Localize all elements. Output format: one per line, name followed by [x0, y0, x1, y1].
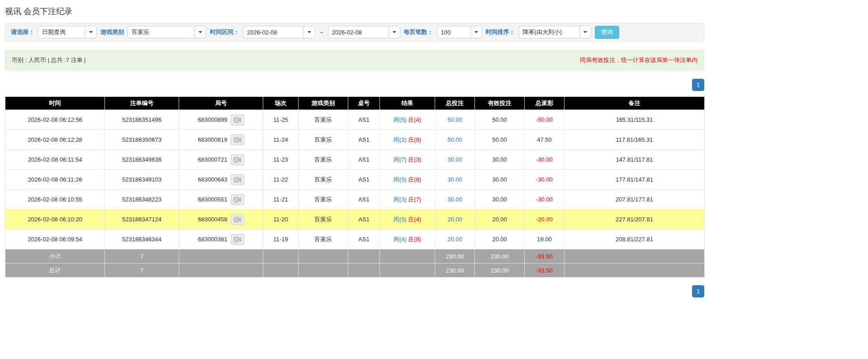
- column-header: 游戏类别: [299, 97, 348, 110]
- cell-table-no: AS1: [348, 170, 380, 190]
- total-bet-link[interactable]: 20.00: [447, 216, 462, 223]
- round-number: 683000721: [198, 156, 227, 163]
- result-player: 闲(7): [394, 156, 407, 163]
- cell-payout: 19.00: [525, 230, 564, 249]
- cell-note: 165.31/115.31: [564, 110, 705, 130]
- total-bet-link[interactable]: 30.00: [447, 156, 462, 163]
- cell-total-bet: 50.00: [435, 130, 475, 150]
- video-replay-button[interactable]: [231, 115, 244, 125]
- cell-total-bet: 30.00: [435, 150, 475, 170]
- round-number: 683000819: [198, 136, 227, 143]
- video-camera-icon: [234, 177, 241, 182]
- column-header: 场次: [263, 97, 299, 110]
- total-bet-link[interactable]: 30.00: [447, 196, 462, 203]
- total-bet-link[interactable]: 50.00: [447, 116, 462, 123]
- cell-bet-id: 523186346344: [105, 230, 179, 249]
- cell-result: 闲(7) 庄(3): [380, 150, 435, 170]
- cell-session: 11-25: [263, 110, 299, 130]
- cell-game-type: 百家乐: [299, 210, 348, 230]
- date-from-caret-button[interactable]: [304, 26, 315, 38]
- cell-session: 11-19: [263, 230, 299, 249]
- result-player: 闲(5): [394, 116, 407, 123]
- total-bet-link[interactable]: 50.00: [447, 136, 462, 143]
- query-type-caret-button[interactable]: [85, 26, 96, 38]
- subtotal-label: 小计: [5, 249, 105, 263]
- chevron-down-icon: [89, 31, 93, 33]
- column-header: 总派彩: [525, 97, 564, 110]
- total-bet-link[interactable]: 20.00: [447, 236, 462, 243]
- query-type-select[interactable]: 日期查询: [38, 26, 97, 38]
- result-player: 闲(5): [394, 176, 407, 183]
- empty-cell: [348, 263, 380, 278]
- cell-table-no: AS1: [348, 150, 380, 170]
- chevron-down-icon: [199, 31, 202, 33]
- content-area: 视讯 会员下注纪录 请选择： 日期查询 游戏类别 百家乐 时间区间： 2026-…: [5, 0, 704, 297]
- total-bet-link[interactable]: 30.00: [447, 176, 462, 183]
- cell-bet-id: 523186351496: [105, 110, 179, 130]
- table-header-row: 时间注单编号局号场次游戏类别桌号结果总投注有效投注总派彩备注: [5, 97, 705, 110]
- page-size-label: 每页笔数：: [404, 28, 433, 36]
- subtotal-valid-bet: 230.00: [475, 249, 525, 263]
- page-1-button[interactable]: 1: [692, 79, 704, 91]
- cell-note: 117.81/165.31: [564, 130, 705, 150]
- game-type-select[interactable]: 百家乐: [128, 26, 206, 38]
- page-1-button[interactable]: 1: [692, 285, 704, 297]
- records-table: 时间注单编号局号场次游戏类别桌号结果总投注有效投注总派彩备注 2026-02-0…: [5, 96, 705, 278]
- game-type-caret-button[interactable]: [194, 26, 206, 38]
- cell-result: 闲(3) 庄(7): [380, 190, 435, 210]
- page-size-select[interactable]: 100: [437, 26, 482, 38]
- video-camera-icon: [234, 117, 241, 123]
- cell-session: 11-20: [263, 210, 299, 230]
- column-header: 有效投注: [475, 97, 525, 110]
- video-replay-button[interactable]: [231, 154, 244, 165]
- cell-round: 683000643: [179, 170, 263, 190]
- result-player: 闲(5): [394, 216, 407, 223]
- subtotal-payout: -93.50: [525, 249, 564, 263]
- result-banker: 庄(8): [408, 236, 421, 243]
- date-to-select[interactable]: 2026-02-08: [328, 26, 400, 38]
- column-header: 注单编号: [105, 97, 179, 110]
- summary-bar: 币别 : 人民币 | 总共 :7 注单 | 同局有效投注，统一计算在该局第一张注…: [5, 50, 704, 70]
- cell-total-bet: 30.00: [435, 170, 475, 190]
- chevron-down-icon: [583, 31, 587, 33]
- cell-payout: 47.50: [525, 130, 564, 150]
- subtotal-total-bet: 230.00: [435, 249, 475, 263]
- sort-order-value: 降幂(由大到小): [519, 26, 579, 38]
- subtotal-row: 小计 7 230.00 230.00 -93.50: [5, 249, 705, 263]
- video-replay-button[interactable]: [231, 214, 244, 225]
- cell-result: 闲(5) 庄(4): [380, 210, 435, 230]
- table-row: 2026-02-08 06:09:54523186346344683000381…: [5, 230, 705, 249]
- date-to-caret-button[interactable]: [389, 26, 400, 38]
- sort-order-caret-button[interactable]: [579, 26, 591, 38]
- pagination-bottom: 1: [5, 285, 704, 297]
- game-type-value: 百家乐: [128, 26, 194, 38]
- date-from-value: 2026-02-08: [243, 26, 304, 38]
- video-replay-button[interactable]: [231, 234, 244, 245]
- table-summary: 小计 7 230.00 230.00 -93.50 总计 7: [5, 249, 705, 278]
- cell-time: 2026-02-08 06:11:54: [5, 150, 105, 170]
- date-from-select[interactable]: 2026-02-08: [243, 26, 315, 38]
- pagination-top: 1: [5, 79, 704, 91]
- chevron-down-icon: [474, 31, 478, 33]
- table-row: 2026-02-08 06:11:54523186349836683000721…: [5, 150, 705, 170]
- round-number: 683000643: [198, 176, 227, 183]
- total-valid-bet: 230.00: [475, 263, 525, 278]
- total-row: 总计 7 230.00 230.00 -93.50: [5, 263, 705, 278]
- result-player: 闲(3): [394, 196, 407, 203]
- search-button[interactable]: 查询: [595, 26, 619, 39]
- sort-order-select[interactable]: 降幂(由大到小): [519, 26, 591, 38]
- video-replay-button[interactable]: [231, 194, 244, 205]
- cell-total-bet: 20.00: [435, 230, 475, 249]
- column-header: 备注: [564, 97, 705, 110]
- empty-cell: [263, 249, 299, 263]
- video-replay-button[interactable]: [231, 174, 244, 185]
- result-banker: 庄(8): [408, 136, 421, 143]
- cell-time: 2026-02-08 06:12:56: [5, 110, 105, 130]
- cell-time: 2026-02-08 06:11:26: [5, 170, 105, 190]
- video-replay-button[interactable]: [231, 134, 244, 145]
- cell-payout: -50.00: [525, 110, 564, 130]
- cell-game-type: 百家乐: [299, 150, 348, 170]
- page-size-caret-button[interactable]: [470, 26, 482, 38]
- empty-cell: [564, 249, 705, 263]
- cell-valid-bet: 30.00: [475, 150, 525, 170]
